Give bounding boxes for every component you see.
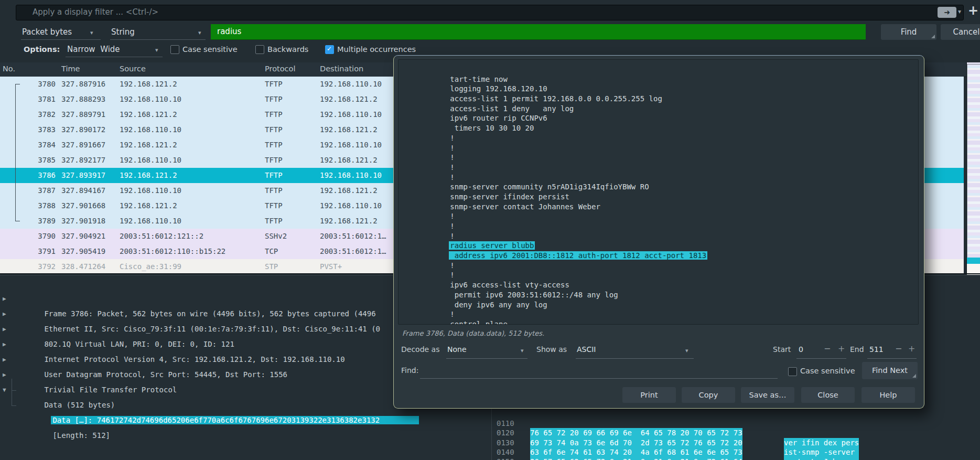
config-text: snmp-server contact Johannes Weber bbox=[450, 202, 600, 211]
column-protocol[interactable]: Protocol bbox=[265, 65, 295, 73]
config-text: ! bbox=[450, 310, 454, 318]
packet-number: 3782 bbox=[0, 107, 56, 122]
config-line: radius server blubb bbox=[406, 231, 918, 241]
packet-protocol: TFTP bbox=[265, 213, 283, 229]
apply-filter-button[interactable]: ➜ bbox=[938, 7, 956, 18]
close-button[interactable]: Close bbox=[801, 387, 855, 403]
packet-protocol: TFTP bbox=[265, 183, 283, 198]
start-label: Start bbox=[773, 345, 791, 354]
find-next-button[interactable]: Find Next bbox=[862, 362, 918, 379]
packet-time: 327.889791 bbox=[61, 107, 105, 122]
column-destination[interactable]: Destination bbox=[320, 65, 363, 73]
save-as-button[interactable]: Save as… bbox=[741, 387, 794, 403]
config-text: permit ipv6 2003:51:6012::/48 any log bbox=[450, 291, 618, 299]
config-line: ! bbox=[406, 221, 918, 231]
end-plus-button[interactable]: + bbox=[908, 344, 915, 354]
intelligent-scrollbar[interactable] bbox=[966, 62, 980, 273]
scrollbar-bottom-band bbox=[967, 261, 980, 275]
help-button[interactable]: Help bbox=[861, 387, 915, 403]
column-source[interactable]: Source bbox=[120, 65, 146, 73]
copy-button[interactable]: Copy bbox=[682, 387, 735, 403]
tree-guide bbox=[12, 390, 16, 391]
packet-source: Cisco_ae:31:99 bbox=[120, 259, 181, 273]
cancel-button[interactable]: Cancel bbox=[941, 24, 980, 40]
dialog-case-sensitive-checkbox[interactable] bbox=[788, 367, 797, 376]
packet-source: 192.168.110.10 bbox=[120, 183, 181, 198]
packet-source: 192.168.110.10 bbox=[120, 153, 181, 168]
find-button[interactable]: Find bbox=[881, 24, 936, 40]
config-line: control-plane bbox=[406, 309, 918, 319]
hex-row[interactable]: 0130 63 6f 6e 74 61 63 74 20 4a 6f 68 61… bbox=[492, 428, 980, 437]
hex-row[interactable]: 0120 69 73 74 0a 73 6e 6d 70 2d 73 65 72… bbox=[492, 419, 980, 428]
packet-protocol: TFTP bbox=[265, 122, 283, 137]
packet-time: 327.892177 bbox=[61, 153, 105, 168]
charset-combobox[interactable]: String bbox=[111, 27, 135, 37]
apply-filter-caret-icon[interactable]: ▾ bbox=[958, 8, 961, 15]
packet-time: 327.893917 bbox=[61, 168, 105, 183]
packet-protocol: SSHv2 bbox=[265, 229, 287, 244]
detail-text: Data […]: 746172742d74696d65206e6f770a6c… bbox=[51, 416, 419, 424]
scrollbar-thumb[interactable] bbox=[967, 64, 980, 265]
decode-as-combobox[interactable]: None bbox=[447, 345, 467, 354]
add-filter-button[interactable]: + bbox=[968, 3, 978, 18]
packet-time: 327.904921 bbox=[61, 229, 105, 244]
start-spinbox[interactable]: 0 bbox=[799, 345, 803, 354]
packet-destination: 192.168.121.2 bbox=[320, 183, 378, 198]
backwards-checkbox[interactable] bbox=[255, 45, 264, 54]
end-minus-button[interactable]: − bbox=[895, 344, 902, 354]
case-sensitive-checkbox[interactable] bbox=[170, 45, 179, 54]
encoding-underline bbox=[66, 56, 163, 57]
hex-row[interactable]: 0110 76 65 72 20 69 66 69 6e 64 65 78 20… bbox=[492, 409, 980, 419]
config-line: ! bbox=[406, 143, 918, 153]
config-text: access-list 1 deny any log bbox=[450, 104, 574, 113]
packet-destination: 192.168.121.2 bbox=[320, 122, 378, 137]
packet-number: 3786 bbox=[0, 168, 56, 183]
search-in-caret-icon[interactable]: ▾ bbox=[90, 29, 93, 36]
display-filter-placeholder: Apply a display filter ... <Ctrl-/> bbox=[33, 7, 158, 17]
packet-time: 328.471264 bbox=[61, 259, 105, 273]
config-text: tart-time now bbox=[450, 75, 508, 83]
packet-destination: 192.168.121.2 bbox=[320, 92, 378, 107]
packet-protocol: TFTP bbox=[265, 153, 283, 168]
packet-destination: PVST+ bbox=[320, 259, 342, 273]
show-as-underline bbox=[576, 358, 694, 359]
hex-row[interactable]: 0150 69 75 73 20 73 65 72 76 65 72 20 62… bbox=[492, 447, 980, 457]
start-plus-button[interactable]: + bbox=[838, 344, 845, 354]
end-spinbox[interactable]: 511 bbox=[869, 345, 884, 354]
search-query-text: radius bbox=[217, 27, 241, 36]
packet-source: 2003:51:6012:110::b15:22 bbox=[120, 244, 225, 259]
backwards-label: Backwards bbox=[267, 45, 308, 54]
multiple-occurrences-checkbox[interactable] bbox=[325, 45, 334, 54]
column-time[interactable]: Time bbox=[61, 65, 80, 73]
config-text: address ipv6 2001:DB8::1812 auth-port 18… bbox=[449, 251, 707, 260]
encoding-caret-icon[interactable]: ▾ bbox=[155, 47, 158, 54]
config-text: control-plane bbox=[450, 320, 508, 325]
column-no[interactable]: No. bbox=[3, 65, 15, 73]
hex-row[interactable]: 0140 20 57 65 62 65 72 0a 21 0a 21 0a 21… bbox=[492, 438, 980, 447]
decode-as-caret-icon[interactable]: ▾ bbox=[521, 347, 524, 354]
search-input[interactable] bbox=[211, 24, 866, 40]
show-as-label: Show as bbox=[536, 345, 567, 354]
config-text: timers 10 30 10 20 bbox=[450, 124, 534, 132]
start-minus-button[interactable]: − bbox=[824, 344, 831, 354]
packet-protocol: STP bbox=[265, 259, 278, 273]
show-as-caret-icon[interactable]: ▾ bbox=[685, 347, 688, 354]
config-line: snmp-server community n5rAD1ig314IqfioYB… bbox=[406, 173, 918, 183]
multiple-occurrences-label: Multiple occurrences bbox=[337, 45, 416, 54]
end-underline bbox=[867, 358, 917, 359]
search-in-combobox[interactable]: Packet bytes bbox=[22, 27, 72, 37]
encoding-combobox[interactable]: Narrow Wide bbox=[67, 45, 120, 54]
print-button[interactable]: Print bbox=[622, 387, 676, 403]
hex-row[interactable]: 0160 0a 20 61 64 64 72 65 73 73 20 69 70… bbox=[492, 457, 980, 460]
packet-source: 192.168.121.2 bbox=[120, 168, 177, 183]
packet-destination: 192.168.121.2 bbox=[320, 153, 378, 168]
packet-destination: 192.168.110.10 bbox=[320, 77, 382, 92]
charset-underline bbox=[110, 39, 206, 40]
packet-source: 192.168.121.2 bbox=[120, 77, 177, 92]
charset-caret-icon[interactable]: ▾ bbox=[198, 29, 201, 36]
decoded-text-view[interactable]: tart-time now logging 192.168.120.10 acc… bbox=[398, 59, 919, 325]
show-as-combobox[interactable]: ASCII bbox=[577, 345, 596, 354]
end-label: End bbox=[850, 345, 864, 354]
config-line: tart-time now bbox=[406, 65, 918, 74]
packet-protocol: TFTP bbox=[265, 168, 283, 183]
